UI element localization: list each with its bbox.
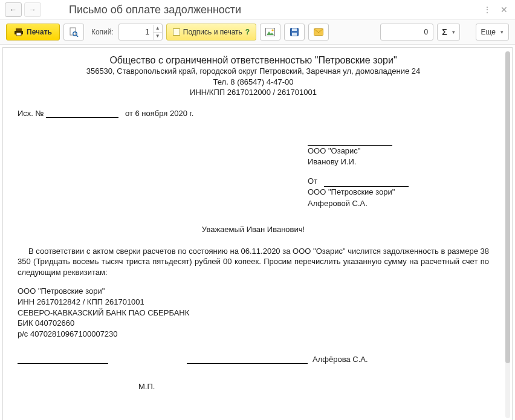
chevron-down-icon: ▾: [500, 29, 504, 35]
requisites: ООО "Петровские зори" ИНН 2617012842 / К…: [18, 286, 489, 339]
copies-input[interactable]: [119, 28, 153, 36]
envelope-icon: [314, 28, 323, 36]
back-button[interactable]: ←: [5, 2, 22, 17]
org-title: Общество с ограниченной ответственностью…: [18, 55, 489, 66]
svg-rect-0: [16, 28, 22, 31]
from-blank-line: [324, 178, 409, 187]
recipient-block: ООО "Озарис" Иванову И.И. От ООО "Петров…: [308, 135, 489, 209]
sum-menu-button[interactable]: Σ ▾: [437, 24, 459, 40]
sign-and-stamp-button[interactable]: Подпись и печать ?: [166, 24, 256, 40]
svg-point-9: [272, 29, 274, 31]
document-body: Общество с ограниченной ответственностью…: [18, 55, 489, 391]
body-text: В соответствии с актом сверки расчетов п…: [18, 246, 489, 278]
scrollbar[interactable]: [505, 51, 510, 418]
document-viewport: Общество с ограниченной ответственностью…: [2, 47, 513, 420]
to-blank-line: [308, 137, 392, 146]
signature-slot-1: [18, 355, 108, 364]
sigma-icon: Σ: [442, 27, 447, 37]
chevron-down-icon: ▾: [452, 29, 455, 35]
svg-rect-6: [173, 29, 180, 36]
sign-label: Подпись и печать: [183, 28, 242, 36]
copies-label: Копий:: [91, 28, 114, 36]
more-label: Еще: [481, 28, 496, 36]
save-button[interactable]: [284, 24, 305, 40]
copies-down[interactable]: ▼: [154, 33, 162, 40]
signer-name: Алфёрова С.А.: [313, 355, 368, 364]
sum-display: 0: [380, 24, 433, 40]
more-button[interactable]: Еще ▾: [476, 24, 509, 40]
req-org: ООО "Петровские зори": [18, 286, 489, 297]
req-bank: СЕВЕРО-КАВКАЗСКИЙ БАНК ПАО СБЕРБАНК: [18, 308, 489, 318]
svg-rect-11: [292, 28, 297, 31]
magnifier-page-icon: [69, 27, 79, 37]
floppy-icon: [290, 28, 299, 36]
kebab-icon: ⋮: [483, 5, 491, 15]
reference-line: Исх. № от 6 ноября 2020 г.: [18, 109, 489, 118]
print-button[interactable]: Печать: [6, 24, 60, 40]
org-inn-kpp: ИНН/КПП 2617012000 / 261701001: [18, 87, 489, 98]
help-icon: ?: [245, 28, 250, 36]
printer-icon: [14, 28, 24, 36]
to-org: ООО "Озарис": [308, 146, 489, 157]
svg-rect-12: [292, 33, 297, 36]
ref-number-blank: [46, 109, 118, 118]
close-icon: ✕: [500, 5, 508, 15]
from-person: Алферовой С.А.: [308, 198, 489, 209]
image-button[interactable]: [260, 24, 280, 40]
arrow-right-icon: →: [29, 5, 36, 14]
to-person: Иванову И.И.: [308, 157, 489, 167]
titlebar: ← → Письмо об оплате задолженности ⋮ ✕: [0, 0, 515, 20]
print-label: Печать: [27, 28, 52, 36]
org-address: 356530, Ставропольский край, городской о…: [18, 66, 489, 77]
checkbox-icon: [173, 28, 180, 36]
req-acc: р/с 40702810967100007230: [18, 329, 489, 340]
arrow-left-icon: ←: [10, 5, 17, 14]
org-phone: Тел. 8 (86547) 4-47-00: [18, 77, 489, 88]
forward-button[interactable]: →: [24, 2, 41, 17]
email-button[interactable]: [308, 24, 329, 40]
copies-spinner[interactable]: ▲ ▼: [118, 24, 163, 40]
req-bik: БИК 040702660: [18, 318, 489, 329]
svg-line-5: [76, 35, 78, 37]
req-innkpp: ИНН 2617012842 / КПП 261701001: [18, 297, 489, 308]
close-button[interactable]: ✕: [498, 4, 510, 16]
from-org: ООО "Петровские зори": [308, 187, 489, 198]
preview-button[interactable]: [63, 24, 84, 40]
from-label: От: [308, 176, 317, 186]
window-title: Письмо об оплате задолженности: [69, 4, 241, 16]
signature-row: Алфёрова С.А.: [18, 355, 489, 364]
toolbar: Печать Копий: ▲ ▼ Подпись и печать ?: [0, 20, 515, 45]
document-scroll[interactable]: Общество с ограниченной ответственностью…: [3, 48, 504, 420]
image-icon: [265, 28, 275, 36]
ref-prefix: Исх. №: [18, 109, 44, 118]
scrollbar-thumb[interactable]: [505, 51, 510, 363]
copies-up[interactable]: ▲: [154, 25, 162, 33]
signature-slot-2: [187, 355, 308, 364]
svg-rect-2: [16, 33, 21, 36]
stamp-placeholder: М.П.: [138, 382, 489, 391]
salutation: Уважаемый Иван Иванович!: [18, 225, 489, 234]
window-menu-button[interactable]: ⋮: [481, 4, 493, 16]
ref-date: от 6 ноября 2020 г.: [125, 109, 193, 118]
